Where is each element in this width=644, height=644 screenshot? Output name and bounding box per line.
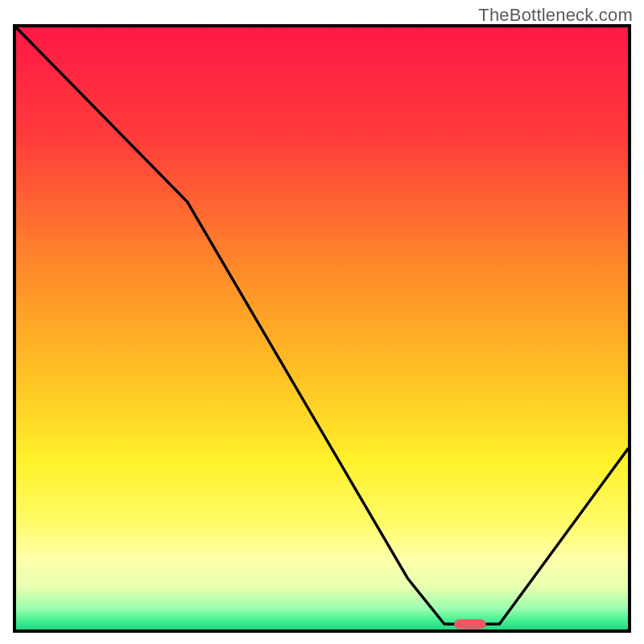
plot-frame <box>13 24 631 633</box>
gradient-background <box>16 27 628 630</box>
chart-stage: TheBottleneck.com <box>0 0 644 644</box>
svg-rect-0 <box>16 27 628 630</box>
watermark-text: TheBottleneck.com <box>478 5 633 26</box>
